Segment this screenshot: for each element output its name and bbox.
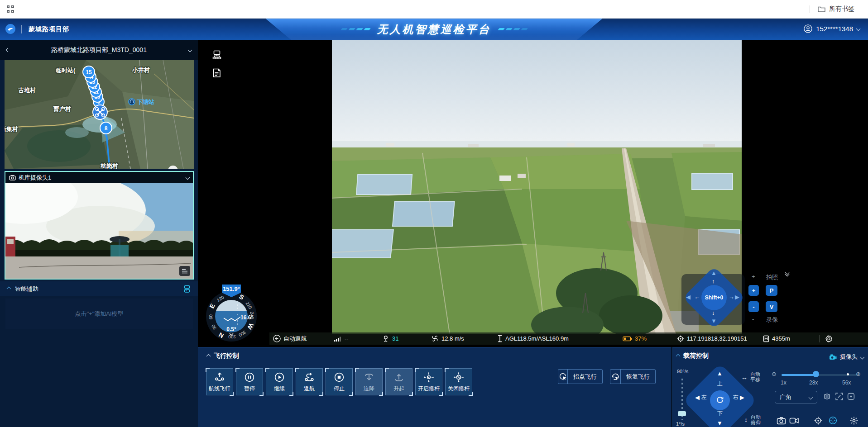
target-lock-button[interactable] — [814, 416, 823, 425]
zoom-slider-handle[interactable] — [813, 371, 819, 377]
photo-hint-label: 拍照 — [766, 273, 778, 281]
joystick-off-button[interactable]: 关闭摇杆 — [445, 368, 472, 395]
settings-gear-button[interactable] — [825, 335, 833, 342]
joystick-on-button[interactable]: 开启摇杆 — [415, 368, 442, 395]
record-video-button[interactable] — [789, 417, 799, 425]
main-video-area: N 30 60 E 120 S 210 240 W 300 330 151.9°… — [198, 40, 868, 346]
user-phone: 152****1348 — [816, 25, 853, 33]
payload-left-arrow-icon[interactable]: ◀ — [695, 394, 700, 401]
auto-pan-label[interactable]: 自动平移 — [750, 371, 760, 382]
gimbal-tip-right-icon[interactable]: ▶ — [735, 294, 739, 300]
gimbal-arrow-up-icon[interactable]: ↑ — [712, 278, 715, 285]
user-menu[interactable]: 152****1348 — [804, 24, 860, 33]
take-photo-button[interactable] — [777, 416, 786, 425]
ai-assist-header[interactable]: 智能辅助 — [0, 281, 198, 296]
flight-control-panel: 飞行控制 航线飞行 暂停 继续 返航 — [198, 347, 671, 427]
return-mode-label: 自动返航 — [283, 335, 307, 343]
payload-center-button[interactable] — [710, 390, 730, 410]
return-home-button[interactable]: 返航 — [296, 368, 323, 395]
gimbal-center-button[interactable]: Shift+0 — [701, 285, 727, 310]
zoom-label-max: 56x — [842, 380, 851, 386]
camera-selector[interactable]: 摄像头 — [829, 353, 864, 361]
center-view-button[interactable] — [823, 392, 831, 401]
signal-value: -- — [345, 335, 349, 342]
gimbal-direction-pad[interactable]: ▲ ▼ ◀ ▶ ↑ ↓ ← → Shift+0 — [681, 270, 754, 338]
dock-camera-title: 机库摄像头1 — [19, 174, 51, 182]
gimbal-arrow-right-icon[interactable]: → — [729, 294, 734, 300]
gimbal-arrow-down-icon[interactable]: ↓ — [712, 309, 715, 316]
device-topology-button[interactable] — [212, 50, 222, 60]
video-key-button[interactable]: V — [766, 301, 777, 312]
flight-log-button[interactable] — [212, 68, 221, 78]
device-name[interactable]: 路桥蒙城北路项目部_M3TD_0001 — [51, 46, 147, 54]
compass-heading: 151.9° — [223, 285, 240, 292]
home-distance-icon — [763, 335, 769, 342]
gimbal-arrow-left-icon[interactable]: ← — [694, 294, 700, 300]
force-land-icon — [363, 371, 375, 383]
pause-button[interactable]: 暂停 — [236, 368, 263, 395]
auto-tilt-label[interactable]: 自动俯仰 — [751, 414, 761, 425]
return-mode-indicator[interactable]: 自动返航 — [273, 332, 307, 345]
mini-map[interactable]: 临时站( 小井村 古堆村 曹户村 塘新集村 杭岗村 下塘站 9 — [5, 60, 194, 169]
device-dropdown-icon[interactable] — [188, 48, 192, 52]
route-flight-button[interactable]: 航线飞行 — [206, 368, 233, 395]
capture-area-button[interactable] — [835, 392, 844, 401]
joystick-on-icon — [423, 371, 435, 383]
auto-pan-arrows-icon[interactable]: ↔ — [741, 374, 748, 381]
resume-fly-label: 恢复飞行 — [621, 373, 655, 381]
zoom-increase-button[interactable]: ⊕ — [856, 370, 861, 377]
drone-video-feed[interactable] — [332, 40, 742, 334]
battery-value: 37% — [635, 335, 647, 342]
apps-grid-icon[interactable] — [7, 5, 14, 13]
altitude-indicator: AGL118.5m/ASL160.9m — [497, 332, 569, 345]
dock-camera-collapse-icon[interactable] — [186, 176, 190, 180]
lift-up-button[interactable]: 升起 — [385, 368, 412, 395]
payload-control-panel: 载荷控制 摄像头 90°/s 1°/s ▲ 上 ◀ 左 右 ▶ 下 — [672, 347, 868, 427]
payload-up-arrow-icon[interactable]: ▲ — [717, 370, 723, 377]
all-bookmarks-button[interactable]: 所有书签 — [818, 5, 854, 13]
play-icon — [273, 371, 285, 383]
zoom-in-button[interactable]: + — [748, 285, 759, 296]
payload-down-arrow-icon[interactable]: ▼ — [717, 420, 723, 427]
map-label-tangxinji: 塘新集村 — [5, 126, 18, 133]
map-label-xiaojing: 小井村 — [132, 66, 150, 73]
pause-label: 暂停 — [244, 385, 255, 393]
dock-camera-panel[interactable]: 机库摄像头1 — [5, 171, 194, 280]
resume-fly-button[interactable]: 恢复飞行 — [610, 369, 656, 384]
map-drone-marker[interactable] — [93, 105, 107, 119]
gimbal-tip-down-icon[interactable]: ▼ — [711, 318, 717, 324]
photo-key-button[interactable]: P — [766, 285, 777, 296]
flight-control-header[interactable]: 飞行控制 — [207, 352, 239, 360]
payload-control-header[interactable]: 载荷控制 — [676, 352, 709, 360]
frame-focus-button[interactable] — [847, 392, 855, 401]
gimbal-follow-button[interactable] — [828, 416, 838, 425]
platform-title: 无人机智慧巡检平台 — [377, 22, 491, 37]
stop-button[interactable]: 停止 — [326, 368, 353, 395]
force-land-label: 迫降 — [364, 385, 374, 393]
gimbal-tip-up-icon[interactable]: ▲ — [711, 270, 717, 276]
app-logo[interactable] — [5, 24, 15, 34]
statusbar-divider — [820, 335, 820, 342]
zoom-label-min: 1x — [781, 380, 786, 386]
point-fly-button[interactable]: 指点飞行 — [558, 369, 603, 384]
zoom-out-button[interactable]: - — [748, 301, 759, 312]
zoom-decrease-button[interactable]: ⊖ — [772, 370, 777, 377]
continue-button[interactable]: 继续 — [266, 368, 293, 395]
collapse-double-chevron-icon[interactable] — [786, 272, 789, 276]
auto-tilt-arrows-icon[interactable]: ↕ — [744, 416, 748, 423]
altitude-value: AGL118.5m/ASL160.9m — [505, 335, 569, 342]
gimbal-tip-left-icon[interactable]: ◀ — [686, 294, 691, 300]
payload-right-arrow-icon[interactable]: ▶ — [740, 394, 744, 401]
lens-select[interactable]: 广角 — [775, 391, 817, 403]
dock-camera-menu-button[interactable] — [179, 266, 190, 276]
camera-quick-controls: + 拍照 + P - V - 录像 — [747, 271, 801, 328]
back-chevron-icon[interactable] — [6, 48, 10, 52]
ai-model-icon[interactable] — [183, 285, 191, 293]
gimbal-speed-handle[interactable] — [678, 411, 686, 416]
speed-value: 12.8 m/s — [441, 335, 464, 342]
exposure-flare-button[interactable] — [849, 416, 858, 425]
ai-model-empty-area[interactable]: 点击"+"添加AI模型 — [5, 299, 193, 329]
svg-text:下塘站: 下塘站 — [137, 99, 154, 105]
force-land-button[interactable]: 迫降 — [355, 368, 383, 395]
payload-control-title: 载荷控制 — [683, 352, 709, 360]
